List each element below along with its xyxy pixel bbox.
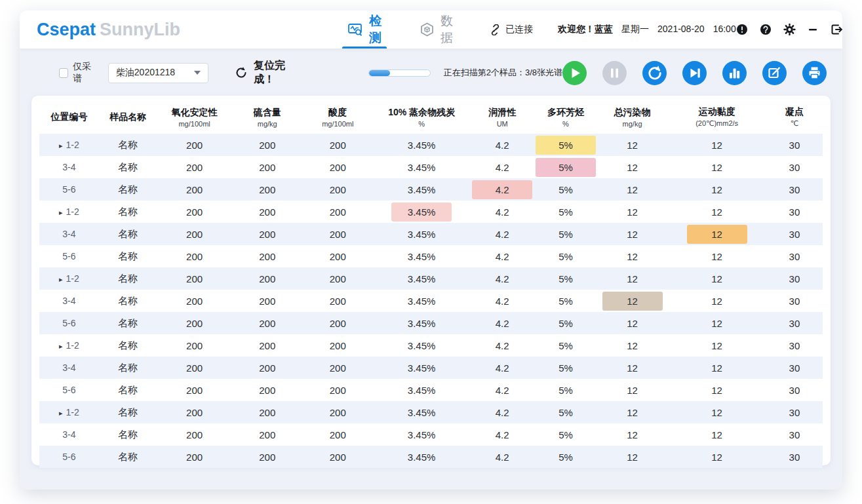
position-cell[interactable]: ▸1-2 xyxy=(39,201,99,223)
data-cell: 4.2 xyxy=(470,423,534,446)
settings-gear-icon[interactable] xyxy=(783,24,796,36)
date-label: 2021-08-20 xyxy=(657,24,705,35)
minimize-icon[interactable] xyxy=(807,24,819,36)
highlighted-value: 4.2 xyxy=(472,180,532,199)
position-cell[interactable]: 3-4 xyxy=(39,290,99,312)
table-row[interactable]: ▸1-2名称2002002003.45%4.25%121230 xyxy=(39,401,823,423)
data-cell: 4.2 xyxy=(470,290,534,312)
info-icon[interactable] xyxy=(736,24,749,36)
data-cell: 12 xyxy=(667,267,766,290)
position-cell[interactable]: ▸1-2 xyxy=(39,401,99,423)
table-row[interactable]: 3-4名称2002002003.45%4.25%121230 xyxy=(39,357,823,379)
expand-arrow-icon[interactable]: ▸ xyxy=(59,342,63,350)
acquire-only-checkbox[interactable]: 仅采谱 xyxy=(59,61,99,85)
help-icon[interactable] xyxy=(760,24,772,36)
table-row[interactable]: 5-6名称2002002003.45%4.25%121230 xyxy=(39,245,823,267)
data-cell: 3.45% xyxy=(373,178,470,201)
position-cell[interactable]: 3-4 xyxy=(39,357,99,379)
print-button[interactable] xyxy=(802,61,827,85)
data-cell: 200 xyxy=(303,245,374,267)
export-button[interactable] xyxy=(762,61,787,85)
position-cell[interactable]: 5-6 xyxy=(39,312,99,334)
reset-refresh-icon[interactable] xyxy=(235,66,248,79)
chart-button[interactable] xyxy=(722,61,747,85)
position-cell[interactable]: 5-6 xyxy=(39,178,99,201)
data-cell: 12 xyxy=(597,290,668,312)
data-cell: 200 xyxy=(157,312,232,334)
expand-arrow-icon[interactable]: ▸ xyxy=(59,142,63,149)
pause-button[interactable] xyxy=(602,61,627,85)
position-label: 5-6 xyxy=(62,452,75,462)
data-cell: 12 xyxy=(597,245,668,267)
position-label: 5-6 xyxy=(62,184,75,195)
table-row[interactable]: 5-6名称2002002003.45%4.25%121230 xyxy=(39,379,823,401)
start-button[interactable] xyxy=(562,61,587,85)
data-cell: 4.2 xyxy=(470,401,534,423)
data-cell: 4.2 xyxy=(470,267,534,290)
table-row[interactable]: ▸1-2名称2002002003.45%4.25%121230 xyxy=(39,201,823,223)
data-cell: 30 xyxy=(766,290,823,312)
table-row[interactable]: 5-6名称2002002003.45%4.25%121230 xyxy=(39,446,823,468)
position-cell[interactable]: 5-6 xyxy=(39,379,99,401)
welcome-user: 欢迎您！蓝蓝 xyxy=(558,24,613,35)
data-cell: 5% xyxy=(534,423,597,446)
position-cell[interactable]: ▸1-2 xyxy=(39,267,99,290)
position-cell[interactable]: 5-6 xyxy=(39,245,99,267)
connection-label: 已连接 xyxy=(505,24,533,35)
data-cell: 12 xyxy=(597,334,668,357)
expand-arrow-icon[interactable]: ▸ xyxy=(59,275,63,283)
data-cell: 30 xyxy=(766,201,823,223)
checkbox-box[interactable] xyxy=(59,68,68,78)
connection-status: 已连接 xyxy=(490,24,533,35)
data-cell: 5% xyxy=(534,223,597,245)
link-icon xyxy=(490,24,501,35)
table-row[interactable]: 3-4名称2002002003.45%4.25%121230 xyxy=(39,223,823,245)
position-cell[interactable]: 5-6 xyxy=(39,446,99,468)
expand-arrow-icon[interactable]: ▸ xyxy=(59,208,63,216)
position-cell[interactable]: 3-4 xyxy=(39,156,99,178)
position-cell[interactable]: 3-4 xyxy=(39,223,99,245)
data-cell: 5% xyxy=(534,290,597,312)
sync-button[interactable] xyxy=(642,61,667,85)
skip-next-icon xyxy=(682,61,707,85)
results-table: 位置编号样品名称氧化安定性mg/100ml硫含量mg/kg酸度mg/100ml1… xyxy=(39,101,823,468)
table-row[interactable]: 3-4名称2002002003.45%4.25%121230 xyxy=(39,423,823,446)
column-header: 润滑性UM xyxy=(470,101,534,134)
action-buttons xyxy=(562,61,829,85)
data-cell: 名称 xyxy=(99,267,157,290)
position-cell[interactable]: ▸1-2 xyxy=(39,334,99,357)
highlighted-value: 12 xyxy=(687,225,747,244)
skip-next-button[interactable] xyxy=(682,61,707,85)
data-cell: 200 xyxy=(232,201,303,223)
position-label: 1-2 xyxy=(66,140,79,150)
data-cell: 3.45% xyxy=(373,357,470,379)
table-row[interactable]: 3-4名称2002002003.45%4.25%121230 xyxy=(39,156,823,178)
sample-dropdown[interactable]: 柴油20201218 xyxy=(108,63,208,83)
expand-arrow-icon[interactable]: ▸ xyxy=(59,409,63,417)
chevron-down-icon xyxy=(194,71,201,75)
data-cell: 200 xyxy=(157,156,232,178)
data-cell: 名称 xyxy=(99,201,157,223)
tab-data[interactable]: 数据 xyxy=(420,10,453,48)
tab-detect[interactable]: 检测 xyxy=(347,10,382,48)
data-cell: 5% xyxy=(534,245,597,267)
position-label: 1-2 xyxy=(66,273,79,284)
reset-status: 复位完成！ xyxy=(235,59,303,87)
position-label: 3-4 xyxy=(62,296,75,306)
data-cell: 4.2 xyxy=(470,446,534,468)
data-cell: 4.2 xyxy=(470,178,534,201)
table-row[interactable]: 3-4名称2002002003.45%4.25%121230 xyxy=(39,290,823,312)
table-row[interactable]: 5-6名称2002002003.45%4.25%121230 xyxy=(39,178,823,201)
table-row[interactable]: ▸1-2名称2002002003.45%4.25%121230 xyxy=(39,267,823,290)
column-header: 运动黏度(20℃)mm2/s xyxy=(667,101,766,134)
position-cell[interactable]: ▸1-2 xyxy=(39,134,99,156)
position-cell[interactable]: 3-4 xyxy=(39,423,99,446)
table-row[interactable]: 5-6名称2002002003.45%4.25%121230 xyxy=(39,312,823,334)
data-cell: 5% xyxy=(534,178,597,201)
scan-progress-bar xyxy=(368,69,431,77)
table-row[interactable]: ▸1-2名称2002002003.45%4.25%121230 xyxy=(39,334,823,357)
exit-icon[interactable] xyxy=(831,24,842,36)
table-row[interactable]: ▸1-2名称2002002003.45%4.25%121230 xyxy=(39,134,823,156)
data-cell: 12 xyxy=(667,290,766,312)
logo-primary: Csepat xyxy=(37,20,96,39)
